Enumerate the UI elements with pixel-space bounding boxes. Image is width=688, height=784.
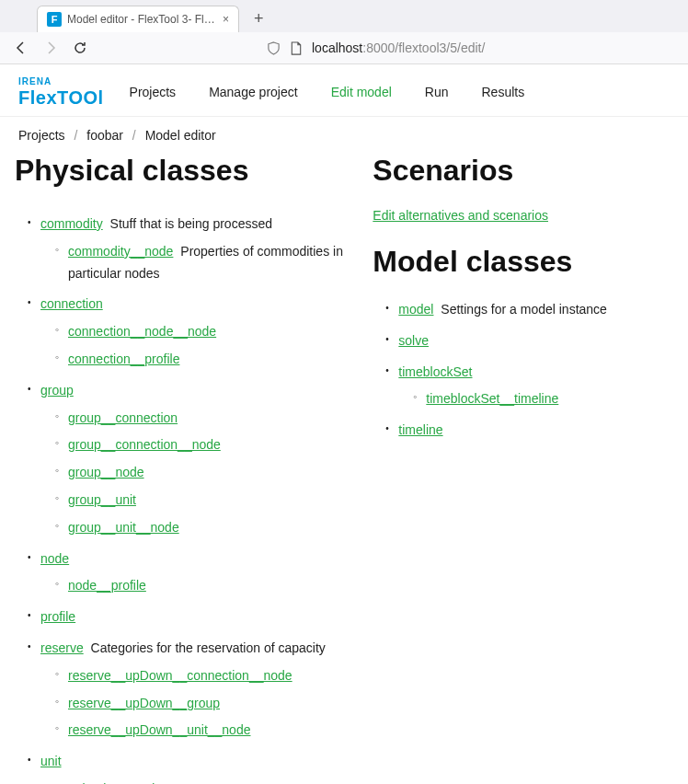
- brand-logo[interactable]: IRENA FlexTOOl: [18, 77, 104, 107]
- class-link-timeblockSet__timeline[interactable]: timeblockSet__timeline: [426, 391, 558, 406]
- list-item: group__connection__node: [55, 434, 345, 456]
- brand-small: IRENA: [18, 77, 104, 86]
- browser-chrome: F Model editor - FlexTool 3- FlexT × + l…: [0, 0, 688, 64]
- list-item: reserve__upDown__unit__node: [55, 720, 345, 742]
- tab-bar: F Model editor - FlexTool 3- FlexT × +: [0, 0, 688, 32]
- class-description: Settings for a model instance: [437, 302, 606, 317]
- list-item: reserve__upDown__connection__node: [55, 665, 345, 687]
- class-description: Stuff that is being processed: [107, 216, 272, 231]
- list-item: group__connection: [55, 408, 345, 430]
- class-link-commodity__node[interactable]: commodity__node: [68, 244, 173, 259]
- sub-tree: group__connectiongroup__connection__node…: [40, 408, 345, 539]
- model-classes-tree: model Settings for a model instancesolve…: [373, 299, 673, 442]
- physical-classes-column: Physical classes commodity Stuff that is…: [15, 154, 345, 784]
- list-item: reserve__upDown__group: [55, 693, 345, 715]
- content: Physical classes commodity Stuff that is…: [0, 154, 688, 784]
- class-link-unit[interactable]: unit: [40, 754, 62, 768]
- shield-icon: [267, 41, 281, 55]
- breadcrumb: Projects / foobar / Model editor: [0, 117, 688, 154]
- sub-tree: connection__node__nodeconnection__profil…: [40, 321, 345, 371]
- nav-projects[interactable]: Projects: [130, 85, 177, 99]
- forward-button[interactable]: [42, 40, 59, 56]
- list-item: connectionconnection__node__nodeconnecti…: [28, 294, 345, 370]
- browser-tab[interactable]: F Model editor - FlexTool 3- FlexT ×: [37, 6, 239, 32]
- class-link-reserve__upDown__group[interactable]: reserve__upDown__group: [68, 696, 220, 710]
- class-link-group__connection__node[interactable]: group__connection__node: [68, 437, 221, 452]
- class-link-node__profile[interactable]: node__profile: [68, 578, 146, 593]
- url-text: localhost:8000/flextool3/5/edit/: [312, 40, 485, 55]
- list-item: unit__inputNode: [55, 778, 345, 784]
- class-link-connection[interactable]: connection: [40, 296, 103, 311]
- nav-edit-model[interactable]: Edit model: [331, 85, 392, 99]
- nav-run[interactable]: Run: [425, 85, 449, 99]
- back-button[interactable]: [13, 40, 29, 56]
- favicon: F: [47, 12, 62, 27]
- new-tab-button[interactable]: +: [247, 9, 271, 29]
- list-item: model Settings for a model instance: [385, 299, 673, 321]
- physical-classes-heading: Physical classes: [15, 154, 345, 188]
- sub-tree: node__profile: [40, 575, 345, 597]
- sub-tree: timeblockSet__timeline: [398, 388, 673, 410]
- class-link-reserve__upDown__unit__node[interactable]: reserve__upDown__unit__node: [68, 722, 250, 737]
- class-link-node[interactable]: node: [40, 551, 69, 566]
- list-item: groupgroup__connectiongroup__connection_…: [28, 380, 345, 539]
- list-item: connection__node__node: [55, 321, 345, 343]
- list-item: group__unit__node: [55, 517, 345, 539]
- class-link-profile[interactable]: profile: [40, 609, 75, 624]
- class-link-group__node[interactable]: group__node: [68, 465, 144, 479]
- main-nav: Projects Manage project Edit model Run R…: [130, 85, 525, 99]
- class-link-solve[interactable]: solve: [398, 333, 429, 348]
- page-icon: [290, 41, 303, 55]
- class-link-commodity[interactable]: commodity: [40, 216, 103, 231]
- class-description: Categories for the reservation of capaci…: [87, 640, 326, 655]
- class-link-group__connection[interactable]: group__connection: [68, 410, 178, 425]
- brand-main: FlexTOOl: [18, 88, 104, 107]
- list-item: solve: [385, 330, 673, 352]
- class-link-group__unit__node[interactable]: group__unit__node: [68, 520, 179, 535]
- url-bar[interactable]: localhost:8000/flextool3/5/edit/: [101, 40, 675, 55]
- list-item: reserve Categories for the reservation o…: [28, 638, 345, 742]
- list-item: timeblockSet__timeline: [413, 388, 673, 410]
- sub-tree: reserve__upDown__connection__nodereserve…: [40, 665, 345, 742]
- nav-results[interactable]: Results: [481, 85, 524, 99]
- breadcrumb-project-name[interactable]: foobar: [86, 128, 123, 143]
- sub-tree: commodity__node Properties of commoditie…: [40, 241, 345, 285]
- sub-tree: unit__inputNodeunit__node__profileunit__…: [40, 778, 345, 784]
- list-item: group__unit: [55, 490, 345, 512]
- class-link-reserve__upDown__connection__node[interactable]: reserve__upDown__connection__node: [68, 668, 292, 683]
- list-item: commodity__node Properties of commoditie…: [55, 241, 345, 285]
- breadcrumb-current: Model editor: [145, 128, 216, 143]
- breadcrumb-projects[interactable]: Projects: [18, 128, 65, 143]
- app-header: IRENA FlexTOOl Projects Manage project E…: [0, 64, 688, 117]
- physical-classes-tree: commodity Stuff that is being processedc…: [15, 213, 345, 784]
- class-link-connection__profile[interactable]: connection__profile: [68, 352, 179, 366]
- class-link-connection__node__node[interactable]: connection__node__node: [68, 324, 216, 339]
- list-item: nodenode__profile: [28, 548, 345, 598]
- list-item: timeline: [385, 420, 673, 442]
- class-link-group[interactable]: group: [40, 383, 74, 398]
- list-item: profile: [28, 606, 345, 628]
- list-item: connection__profile: [55, 349, 345, 371]
- browser-toolbar: localhost:8000/flextool3/5/edit/: [0, 32, 688, 63]
- class-link-group__unit[interactable]: group__unit: [68, 492, 136, 507]
- edit-alternatives-link[interactable]: Edit alternatives and scenarios: [373, 208, 548, 223]
- close-icon[interactable]: ×: [223, 13, 229, 26]
- model-classes-heading: Model classes: [373, 245, 673, 279]
- reload-button[interactable]: [72, 40, 88, 56]
- list-item: unitunit__inputNodeunit__node__profileun…: [28, 751, 345, 784]
- list-item: timeblockSettimeblockSet__timeline: [385, 362, 673, 411]
- class-link-model[interactable]: model: [398, 302, 433, 317]
- scenarios-heading: Scenarios: [373, 154, 673, 188]
- class-link-timeblockSet[interactable]: timeblockSet: [398, 364, 472, 379]
- class-link-reserve[interactable]: reserve: [40, 640, 84, 655]
- list-item: group__node: [55, 462, 345, 484]
- list-item: node__profile: [55, 575, 345, 597]
- nav-manage-project[interactable]: Manage project: [209, 85, 298, 99]
- tab-title: Model editor - FlexTool 3- FlexT: [67, 13, 217, 26]
- class-link-timeline[interactable]: timeline: [398, 422, 442, 437]
- right-column: Scenarios Edit alternatives and scenario…: [373, 154, 673, 784]
- list-item: commodity Stuff that is being processedc…: [28, 213, 345, 284]
